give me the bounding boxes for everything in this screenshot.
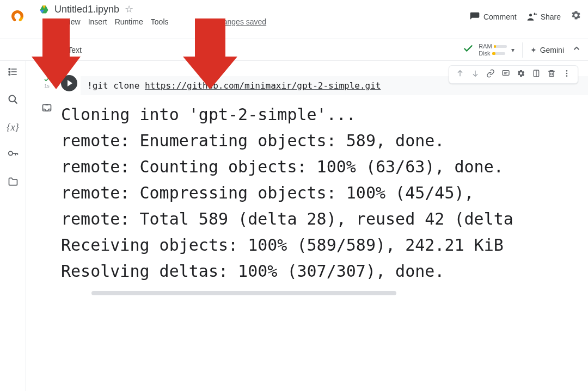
- svg-point-7: [9, 69, 10, 70]
- notebook-main: 1s !git clone https://github.com/minimax…: [26, 61, 588, 391]
- secrets-icon[interactable]: [7, 147, 19, 162]
- files-icon[interactable]: [8, 176, 19, 190]
- title-block: Untitled1.ipynb ☆ File it View Insert Ru…: [39, 3, 469, 26]
- menu-tools[interactable]: Tools: [151, 17, 169, 26]
- sparkle-icon: ✦: [530, 46, 537, 54]
- mirror-icon[interactable]: [532, 69, 541, 80]
- more-icon[interactable]: [562, 69, 571, 80]
- cell-settings-icon[interactable]: [517, 69, 525, 80]
- settings-icon[interactable]: [571, 10, 581, 23]
- svg-point-11: [9, 74, 10, 76]
- delete-icon[interactable]: [547, 69, 556, 80]
- move-up-icon[interactable]: [456, 69, 464, 80]
- variables-icon[interactable]: {x}: [7, 122, 19, 133]
- comment-cell-icon[interactable]: [501, 69, 510, 80]
- output-toggle-icon[interactable]: [41, 103, 52, 116]
- svg-marker-1: [183, 18, 237, 89]
- menu-bar: File it View Insert Runtime Tools All ch…: [39, 17, 469, 26]
- check-icon: [462, 42, 474, 57]
- svg-rect-21: [503, 71, 509, 76]
- runtime-status[interactable]: RAM Disk ▾: [462, 42, 514, 57]
- doc-title[interactable]: Untitled1.ipynb: [54, 4, 119, 15]
- output-scrollbar[interactable]: [58, 291, 588, 296]
- comment-icon: [469, 11, 480, 22]
- star-icon[interactable]: ☆: [125, 3, 133, 15]
- comment-button[interactable]: Comment: [469, 11, 517, 22]
- move-down-icon[interactable]: [471, 69, 480, 80]
- header: Untitled1.ipynb ☆ File it View Insert Ru…: [0, 0, 588, 39]
- share-button[interactable]: Share: [526, 11, 561, 22]
- svg-line-14: [14, 101, 17, 104]
- code-cell: 1s !git clone https://github.com/minimax…: [36, 76, 588, 296]
- link-icon[interactable]: [486, 69, 495, 80]
- svg-point-15: [8, 151, 12, 155]
- svg-point-31: [566, 75, 568, 77]
- svg-marker-0: [32, 18, 81, 89]
- svg-point-5: [529, 14, 532, 16]
- gemini-button[interactable]: ✦ Gemini: [530, 46, 564, 54]
- menu-runtime[interactable]: Runtime: [115, 17, 143, 26]
- menu-insert[interactable]: Insert: [88, 17, 107, 26]
- left-rail: {x}: [0, 61, 26, 391]
- comment-label: Comment: [483, 13, 517, 21]
- annotation-arrow: [183, 18, 237, 89]
- code-text-prefix: !git clone: [87, 80, 145, 91]
- share-label: Share: [541, 13, 561, 21]
- toolbar: + Text RAM Disk ▾ ✦ Gemini: [0, 39, 588, 61]
- svg-point-9: [9, 71, 10, 73]
- colab-logo: [7, 5, 29, 28]
- code-url: https://github.com/minimaxir/gpt-2-simpl…: [145, 80, 381, 91]
- cell-output: Cloning into 'gpt-2-simple'... remote: E…: [58, 98, 588, 284]
- svg-point-29: [566, 70, 568, 72]
- ram-disk-meter: RAM Disk: [479, 43, 507, 57]
- gemini-label: Gemini: [540, 46, 564, 54]
- collapse-icon[interactable]: [572, 44, 581, 56]
- svg-rect-32: [43, 104, 51, 111]
- svg-point-30: [566, 73, 568, 75]
- svg-rect-26: [549, 71, 554, 76]
- toc-icon[interactable]: [8, 66, 19, 80]
- runtime-dropdown-icon[interactable]: ▾: [511, 46, 514, 54]
- drive-icon: [39, 4, 49, 14]
- divider: [522, 42, 523, 58]
- cell-toolbar: [449, 65, 578, 84]
- search-icon[interactable]: [8, 94, 19, 108]
- share-icon: [526, 11, 537, 22]
- annotation-arrow: [32, 18, 81, 89]
- svg-point-13: [9, 96, 15, 102]
